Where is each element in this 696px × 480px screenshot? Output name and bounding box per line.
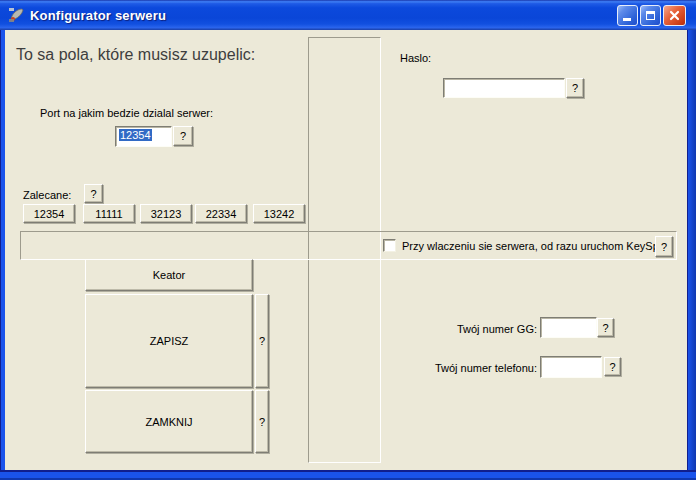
autostart-help-button[interactable]: ?	[655, 236, 673, 257]
minimize-button[interactable]	[617, 5, 638, 26]
haslo-label: Haslo:	[400, 52, 431, 64]
port-option-button-1[interactable]: 12354	[23, 204, 75, 223]
zapisz-help-button[interactable]: ?	[255, 294, 269, 388]
haslo-input[interactable]	[443, 78, 565, 98]
port-option-button-3[interactable]: 32123	[140, 204, 192, 223]
port-option-button-2[interactable]: 11111	[83, 204, 135, 223]
titlebar[interactable]: Konfigurator serweru	[0, 0, 696, 30]
gg-help-button[interactable]: ?	[597, 318, 614, 337]
telefon-help-button[interactable]: ?	[604, 357, 621, 376]
port-input-selected-text: 12354	[119, 129, 152, 141]
port-option-button-4[interactable]: 22334	[195, 204, 247, 223]
maximize-icon	[646, 11, 655, 20]
autostart-label: Przy wlaczeniu sie serwera, od razu uruc…	[402, 240, 664, 252]
keator-button[interactable]: Keator	[85, 259, 253, 291]
gg-input[interactable]	[540, 317, 597, 338]
zamknij-help-button[interactable]: ?	[255, 390, 269, 453]
port-label: Port na jakim bedzie dzialal serwer:	[40, 107, 213, 119]
telefon-label: Twój numer telefonu:	[410, 362, 537, 374]
gg-label: Twój numer GG:	[410, 323, 537, 335]
window-border-left	[0, 30, 5, 470]
port-input[interactable]: 12354	[115, 126, 172, 147]
window-title: Konfigurator serweru	[30, 8, 166, 23]
port-help-button[interactable]: ?	[173, 126, 193, 146]
minimize-icon	[623, 18, 631, 21]
app-icon	[8, 7, 25, 24]
page-title: To sa pola, które musisz uzupelic:	[16, 46, 255, 64]
close-icon	[669, 10, 680, 21]
zalecane-help-button[interactable]: ?	[84, 184, 103, 203]
zalecane-label: Zalecane:	[23, 189, 71, 201]
autostart-checkbox[interactable]	[383, 239, 396, 252]
konfigurator-window: Konfigurator serweru To sa pola, które m…	[0, 0, 696, 480]
close-button[interactable]	[663, 5, 686, 26]
maximize-button[interactable]	[640, 5, 661, 26]
haslo-help-button[interactable]: ?	[566, 78, 584, 98]
window-border-bottom	[0, 470, 696, 480]
window-border-right	[687, 30, 696, 470]
zapisz-button[interactable]: ZAPISZ	[85, 294, 253, 388]
telefon-input[interactable]	[540, 356, 602, 378]
port-option-button-5[interactable]: 13242	[253, 204, 305, 223]
zamknij-button[interactable]: ZAMKNIJ	[85, 390, 253, 453]
